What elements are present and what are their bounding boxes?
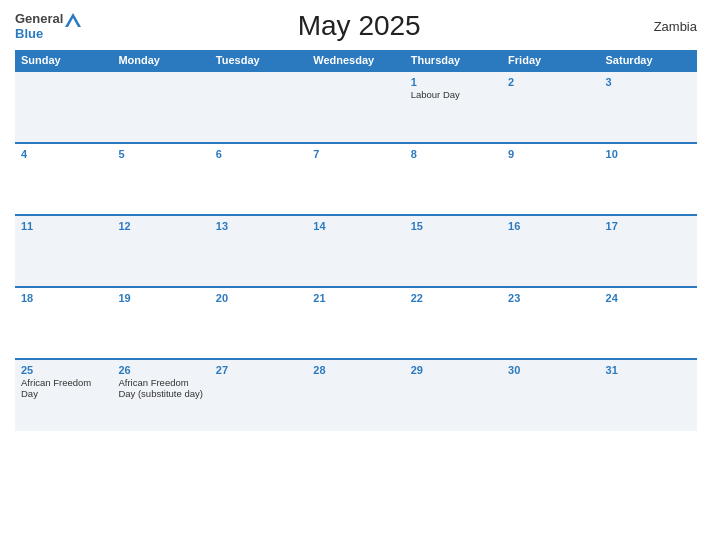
day-number: 10 — [606, 148, 691, 160]
calendar-day-cell: 13 — [210, 215, 307, 287]
day-number: 28 — [313, 364, 398, 376]
calendar-day-cell: 6 — [210, 143, 307, 215]
calendar-day-cell: 18 — [15, 287, 112, 359]
day-number: 14 — [313, 220, 398, 232]
calendar-header: Sunday Monday Tuesday Wednesday Thursday… — [15, 50, 697, 71]
day-number: 12 — [118, 220, 203, 232]
day-number: 16 — [508, 220, 593, 232]
day-number: 21 — [313, 292, 398, 304]
calendar-table: Sunday Monday Tuesday Wednesday Thursday… — [15, 50, 697, 431]
calendar-day-cell: 9 — [502, 143, 599, 215]
logo-blue-text: Blue — [15, 26, 43, 41]
calendar-day-cell: 5 — [112, 143, 209, 215]
day-number: 23 — [508, 292, 593, 304]
day-number: 6 — [216, 148, 301, 160]
day-number: 20 — [216, 292, 301, 304]
calendar-day-cell: 8 — [405, 143, 502, 215]
calendar-day-cell: 3 — [600, 71, 697, 143]
day-number: 11 — [21, 220, 106, 232]
day-number: 19 — [118, 292, 203, 304]
day-number: 22 — [411, 292, 496, 304]
day-number: 13 — [216, 220, 301, 232]
calendar-week-row: 45678910 — [15, 143, 697, 215]
weekday-sunday: Sunday — [15, 50, 112, 71]
logo: General Blue — [15, 11, 81, 41]
weekday-thursday: Thursday — [405, 50, 502, 71]
header: General Blue May 2025 Zambia — [15, 10, 697, 42]
calendar-day-cell: 31 — [600, 359, 697, 431]
calendar-day-cell: 1Labour Day — [405, 71, 502, 143]
calendar-day-cell — [210, 71, 307, 143]
day-number: 2 — [508, 76, 593, 88]
logo-general-text: General — [15, 12, 63, 25]
calendar-week-row: 18192021222324 — [15, 287, 697, 359]
calendar-day-cell: 20 — [210, 287, 307, 359]
calendar-day-cell — [307, 71, 404, 143]
calendar-day-cell: 17 — [600, 215, 697, 287]
day-number: 4 — [21, 148, 106, 160]
day-number: 26 — [118, 364, 203, 376]
day-number: 30 — [508, 364, 593, 376]
calendar-day-cell: 29 — [405, 359, 502, 431]
calendar-day-cell: 16 — [502, 215, 599, 287]
calendar-day-cell: 2 — [502, 71, 599, 143]
day-number: 29 — [411, 364, 496, 376]
calendar-day-cell: 7 — [307, 143, 404, 215]
day-number: 3 — [606, 76, 691, 88]
calendar-day-cell: 23 — [502, 287, 599, 359]
calendar-page: General Blue May 2025 Zambia Sunday Mond… — [0, 0, 712, 550]
calendar-day-cell — [15, 71, 112, 143]
country-label: Zambia — [637, 19, 697, 34]
day-event-label: African Freedom Day (substitute day) — [118, 377, 203, 399]
weekday-friday: Friday — [502, 50, 599, 71]
day-number: 27 — [216, 364, 301, 376]
day-number: 24 — [606, 292, 691, 304]
calendar-day-cell: 26African Freedom Day (substitute day) — [112, 359, 209, 431]
calendar-day-cell: 4 — [15, 143, 112, 215]
day-number: 9 — [508, 148, 593, 160]
calendar-day-cell: 25African Freedom Day — [15, 359, 112, 431]
calendar-day-cell: 27 — [210, 359, 307, 431]
calendar-day-cell: 14 — [307, 215, 404, 287]
calendar-week-row: 25African Freedom Day26African Freedom D… — [15, 359, 697, 431]
calendar-week-row: 1Labour Day23 — [15, 71, 697, 143]
calendar-day-cell: 21 — [307, 287, 404, 359]
calendar-day-cell: 28 — [307, 359, 404, 431]
calendar-day-cell — [112, 71, 209, 143]
day-number: 18 — [21, 292, 106, 304]
day-event-label: African Freedom Day — [21, 377, 106, 399]
weekday-tuesday: Tuesday — [210, 50, 307, 71]
calendar-day-cell: 15 — [405, 215, 502, 287]
day-number: 15 — [411, 220, 496, 232]
day-number: 17 — [606, 220, 691, 232]
day-number: 5 — [118, 148, 203, 160]
calendar-day-cell: 11 — [15, 215, 112, 287]
day-number: 8 — [411, 148, 496, 160]
calendar-day-cell: 24 — [600, 287, 697, 359]
calendar-day-cell: 19 — [112, 287, 209, 359]
logo-icon — [65, 13, 81, 27]
day-number: 1 — [411, 76, 496, 88]
weekday-header-row: Sunday Monday Tuesday Wednesday Thursday… — [15, 50, 697, 71]
calendar-day-cell: 10 — [600, 143, 697, 215]
weekday-wednesday: Wednesday — [307, 50, 404, 71]
day-number: 25 — [21, 364, 106, 376]
weekday-saturday: Saturday — [600, 50, 697, 71]
calendar-week-row: 11121314151617 — [15, 215, 697, 287]
calendar-title: May 2025 — [81, 10, 637, 42]
day-event-label: Labour Day — [411, 89, 496, 100]
day-number: 31 — [606, 364, 691, 376]
calendar-day-cell: 22 — [405, 287, 502, 359]
calendar-body: 1Labour Day23456789101112131415161718192… — [15, 71, 697, 431]
calendar-day-cell: 30 — [502, 359, 599, 431]
calendar-day-cell: 12 — [112, 215, 209, 287]
day-number: 7 — [313, 148, 398, 160]
weekday-monday: Monday — [112, 50, 209, 71]
